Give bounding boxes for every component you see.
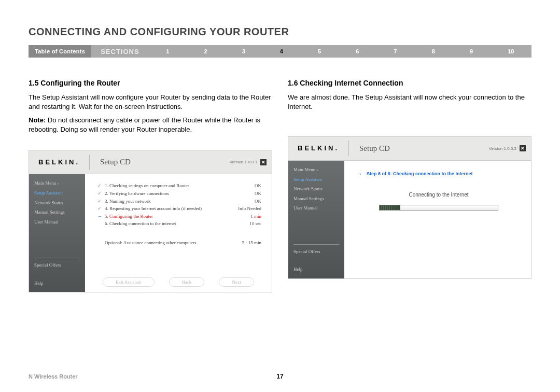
sidebar-manual-settings[interactable]: Manual Settings xyxy=(293,195,339,202)
window-content: → Step 6 of 6: Checking connection to th… xyxy=(344,161,531,278)
button-row: Exit Assistant Back Next xyxy=(85,277,272,287)
sidebar-user-manual[interactable]: User Manual xyxy=(293,205,339,212)
section-link-6[interactable]: 6 xyxy=(356,48,359,54)
back-button[interactable]: Back xyxy=(169,277,205,287)
left-column: 1.5 Configuring the Router The Setup Ass… xyxy=(29,78,272,292)
section-link-4[interactable]: 4 xyxy=(280,48,283,54)
titlebar: BELKIN. Setup CD Version 1.0.0.3 ✕ xyxy=(29,150,272,174)
sidebar-special-offers[interactable]: Special Offers xyxy=(293,248,339,255)
page-title: CONNECTING AND CONFIGURING YOUR ROUTER xyxy=(29,26,531,38)
sidebar-main-menu[interactable]: Main Menu › xyxy=(293,166,339,173)
section-link-5[interactable]: 5 xyxy=(318,48,321,54)
sidebar-main-menu[interactable]: Main Menu › xyxy=(34,180,80,187)
step-row-5: → 5. Configuring the Router 1 min xyxy=(97,213,261,220)
section-1-6-body: We are almost done. The Setup Assistant … xyxy=(288,93,531,111)
step-label: 2. Verifying hardware connections xyxy=(105,190,230,197)
window-title: Setup CD xyxy=(100,157,230,167)
arrow-right-icon: → xyxy=(357,170,362,178)
section-link-7[interactable]: 7 xyxy=(394,48,397,54)
step-row-1: ✓ 1. Checking settings on computer and R… xyxy=(97,183,261,189)
step-row-3: ✓ 3. Naming your network OK xyxy=(97,198,261,205)
progress-fill xyxy=(380,205,400,210)
step-label: 4. Requesting your Internet account info… xyxy=(105,205,230,212)
check-icon: ✓ xyxy=(97,198,105,205)
right-column: 1.6 Checking Internet Connection We are … xyxy=(288,78,531,292)
section-link-9[interactable]: 9 xyxy=(470,48,473,54)
exit-assistant-button[interactable]: Exit Assistant xyxy=(103,277,155,287)
setup-cd-window-left: BELKIN. Setup CD Version 1.0.0.3 ✕ Main … xyxy=(29,150,272,292)
sidebar: Main Menu › Setup Assistant Network Stat… xyxy=(288,161,344,278)
belkin-logo: BELKIN. xyxy=(29,155,90,170)
window-content: ✓ 1. Checking settings on computer and R… xyxy=(85,174,272,292)
optional-row: Optional: Assistance connecting other co… xyxy=(97,240,261,246)
step-row-2: ✓ 2. Verifying hardware connections OK xyxy=(97,190,261,197)
step-status: 10 sec xyxy=(230,220,261,227)
sidebar-user-manual[interactable]: User Manual xyxy=(34,219,80,226)
note-label: Note: xyxy=(29,116,46,124)
sidebar-setup-assistant[interactable]: Setup Assistant xyxy=(293,176,339,183)
belkin-logo: BELKIN. xyxy=(288,141,349,156)
optional-label: Optional: Assistance connecting other co… xyxy=(105,240,230,246)
step-status: 1 min xyxy=(230,213,261,220)
step-label: 5. Configuring the Router xyxy=(105,213,230,220)
step-row-4: ✓ 4. Requesting your Internet account in… xyxy=(97,205,261,212)
setup-cd-window-right: BELKIN. Setup CD Version 1.0.0.3 ✕ Main … xyxy=(288,136,531,279)
step-row-6: 6. Checking connection to the internet 1… xyxy=(97,220,261,227)
titlebar: BELKIN. Setup CD Version 1.0.0.3 ✕ xyxy=(288,137,531,161)
next-button[interactable]: Next xyxy=(219,277,254,287)
product-name: N Wireless Router xyxy=(29,373,78,380)
step-status: Info Needed xyxy=(230,205,261,212)
sidebar-special-offers[interactable]: Special Offers xyxy=(34,262,80,269)
step-status: OK xyxy=(230,190,261,197)
version-label: Version 1.0.0.3 xyxy=(230,159,257,165)
section-link-10[interactable]: 10 xyxy=(508,48,514,54)
close-icon[interactable]: ✕ xyxy=(520,145,526,151)
sidebar-setup-assistant[interactable]: Setup Assistant xyxy=(34,190,80,197)
section-link-1[interactable]: 1 xyxy=(166,48,169,54)
section-nav-bar: Table of Contents SECTIONS 1 2 3 4 5 6 7… xyxy=(29,45,531,58)
step-label: 1. Checking settings on computer and Rou… xyxy=(105,183,230,189)
section-1-5-body: The Setup Assistant will now configure y… xyxy=(29,93,272,111)
step-line-text: Step 6 of 6: Checking connection to the … xyxy=(367,171,473,177)
version-label: Version 1.0.0.3 xyxy=(489,146,516,151)
step-status: OK xyxy=(230,198,261,205)
sections-label: SECTIONS xyxy=(91,48,148,55)
check-icon: ✓ xyxy=(97,205,105,212)
note-text: Do not disconnect any cable or power off… xyxy=(29,116,260,133)
section-numbers: 1 2 3 4 5 6 7 8 9 10 xyxy=(149,48,531,54)
section-1-6-heading: 1.6 Checking Internet Connection xyxy=(288,78,531,89)
toc-link[interactable]: Table of Contents xyxy=(29,45,91,58)
sidebar-network-status[interactable]: Network Status xyxy=(293,186,339,192)
progress-bar xyxy=(379,205,498,211)
step-label: 3. Naming your network xyxy=(105,198,230,205)
connecting-label: Connecting to the Internet xyxy=(357,191,521,199)
arrow-right-icon: → xyxy=(97,213,105,220)
current-step-line: → Step 6 of 6: Checking connection to th… xyxy=(357,170,521,178)
sidebar-help[interactable]: Help xyxy=(293,266,339,273)
step-status: OK xyxy=(230,183,261,189)
step-label: 6. Checking connection to the internet xyxy=(105,220,230,227)
page-footer: N Wireless Router 17 xyxy=(0,373,560,380)
section-1-5-note: Note: Do not disconnect any cable or pow… xyxy=(29,116,272,134)
sidebar-network-status[interactable]: Network Status xyxy=(34,200,80,206)
sidebar-manual-settings[interactable]: Manual Settings xyxy=(34,209,80,216)
check-icon: ✓ xyxy=(97,183,105,189)
section-link-3[interactable]: 3 xyxy=(242,48,245,54)
window-title: Setup CD xyxy=(359,143,489,154)
page-number: 17 xyxy=(276,373,283,380)
close-icon[interactable]: ✕ xyxy=(260,159,267,165)
section-1-5-heading: 1.5 Configuring the Router xyxy=(29,78,272,89)
sidebar: Main Menu › Setup Assistant Network Stat… xyxy=(29,174,85,292)
check-icon: ✓ xyxy=(97,190,105,197)
optional-time: 5 - 15 min xyxy=(230,240,261,246)
section-link-8[interactable]: 8 xyxy=(432,48,435,54)
sidebar-help[interactable]: Help xyxy=(34,280,80,287)
section-link-2[interactable]: 2 xyxy=(204,48,207,54)
